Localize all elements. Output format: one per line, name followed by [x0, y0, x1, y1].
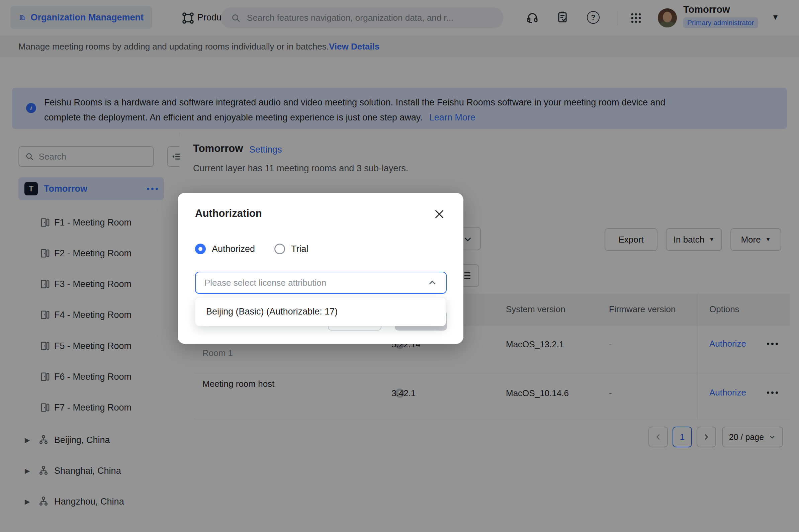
- radio-selected-icon: [195, 244, 206, 254]
- radio-unselected-icon: [274, 244, 285, 254]
- chevron-up-icon: [427, 278, 437, 288]
- screen: Organization Management Product ?: [0, 0, 799, 532]
- radio-trial-label: Trial: [291, 244, 308, 254]
- license-option[interactable]: Beijing (Basic) (Authorizable: 17): [206, 306, 338, 317]
- radio-authorized[interactable]: Authorized: [195, 244, 255, 254]
- license-attribution-select[interactable]: Please select license attribution: [195, 272, 447, 294]
- select-placeholder: Please select license attribution: [205, 278, 427, 288]
- radio-trial[interactable]: Trial: [274, 244, 308, 254]
- license-options-dropdown: Beijing (Basic) (Authorizable: 17): [195, 297, 446, 326]
- modal-title: Authorization: [195, 207, 262, 220]
- authorization-modal: Authorization Authorized Trial Please se…: [178, 193, 463, 344]
- radio-authorized-label: Authorized: [212, 244, 255, 254]
- close-icon[interactable]: [433, 208, 445, 220]
